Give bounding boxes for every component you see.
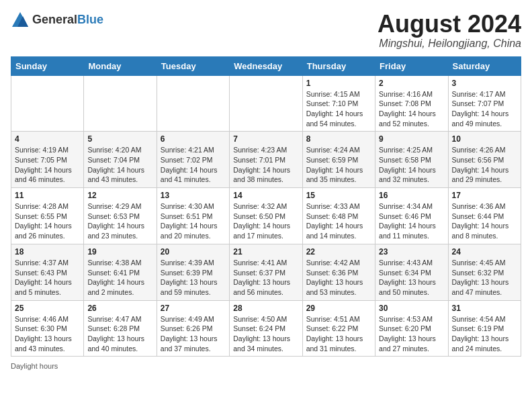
- calendar-cell-4-5: 22Sunrise: 4:42 AM Sunset: 6:36 PM Dayli…: [302, 244, 375, 300]
- calendar-cell-1-4: [230, 75, 302, 132]
- day-info: Sunrise: 4:49 AM Sunset: 6:26 PM Dayligh…: [161, 314, 226, 354]
- weekday-monday: Monday: [84, 56, 157, 75]
- weekday-saturday: Saturday: [448, 56, 521, 75]
- day-number: 8: [306, 134, 371, 144]
- calendar-week-row-5: 25Sunrise: 4:46 AM Sunset: 6:30 PM Dayli…: [11, 300, 521, 357]
- calendar-cell-5-3: 27Sunrise: 4:49 AM Sunset: 6:26 PM Dayli…: [157, 300, 229, 357]
- calendar-cell-2-3: 6Sunrise: 4:21 AM Sunset: 7:02 PM Daylig…: [157, 132, 229, 188]
- calendar-cell-2-4: 7Sunrise: 4:23 AM Sunset: 7:01 PM Daylig…: [230, 132, 302, 188]
- day-info: Sunrise: 4:29 AM Sunset: 6:53 PM Dayligh…: [87, 201, 152, 241]
- day-info: Sunrise: 4:47 AM Sunset: 6:28 PM Dayligh…: [87, 314, 152, 354]
- day-number: 10: [452, 134, 517, 144]
- calendar-cell-2-7: 10Sunrise: 4:26 AM Sunset: 6:56 PM Dayli…: [448, 132, 521, 188]
- day-info: Sunrise: 4:41 AM Sunset: 6:37 PM Dayligh…: [233, 258, 298, 298]
- day-info: Sunrise: 4:51 AM Sunset: 6:22 PM Dayligh…: [306, 314, 371, 354]
- calendar-cell-3-7: 17Sunrise: 4:36 AM Sunset: 6:44 PM Dayli…: [448, 188, 521, 244]
- header: GeneralBlue August 2024 Mingshui, Heilon…: [11, 11, 521, 50]
- weekday-thursday: Thursday: [302, 56, 375, 75]
- logo-blue: Blue: [77, 13, 103, 26]
- calendar-cell-4-3: 20Sunrise: 4:39 AM Sunset: 6:39 PM Dayli…: [157, 244, 229, 300]
- calendar-cell-5-1: 25Sunrise: 4:46 AM Sunset: 6:30 PM Dayli…: [11, 300, 84, 357]
- day-info: Sunrise: 4:20 AM Sunset: 7:04 PM Dayligh…: [87, 145, 152, 185]
- day-info: Sunrise: 4:16 AM Sunset: 7:08 PM Dayligh…: [379, 89, 444, 129]
- calendar-cell-5-7: 31Sunrise: 4:54 AM Sunset: 6:19 PM Dayli…: [448, 300, 521, 357]
- calendar-cell-3-4: 14Sunrise: 4:32 AM Sunset: 6:50 PM Dayli…: [230, 188, 302, 244]
- day-number: 29: [306, 304, 371, 313]
- day-number: 27: [161, 304, 226, 313]
- calendar-cell-4-1: 18Sunrise: 4:37 AM Sunset: 6:43 PM Dayli…: [11, 244, 84, 300]
- day-number: 11: [15, 191, 80, 200]
- day-number: 6: [161, 134, 226, 144]
- day-info: Sunrise: 4:19 AM Sunset: 7:05 PM Dayligh…: [15, 145, 80, 185]
- calendar-week-row-4: 18Sunrise: 4:37 AM Sunset: 6:43 PM Dayli…: [11, 244, 521, 300]
- calendar-cell-2-5: 8Sunrise: 4:24 AM Sunset: 6:59 PM Daylig…: [302, 132, 375, 188]
- day-info: Sunrise: 4:17 AM Sunset: 7:07 PM Dayligh…: [452, 89, 517, 129]
- calendar-cell-5-4: 28Sunrise: 4:50 AM Sunset: 6:24 PM Dayli…: [230, 300, 302, 357]
- calendar-cell-1-3: [157, 75, 229, 132]
- day-info: Sunrise: 4:24 AM Sunset: 6:59 PM Dayligh…: [306, 145, 371, 185]
- calendar-cell-5-2: 26Sunrise: 4:47 AM Sunset: 6:28 PM Dayli…: [84, 300, 157, 357]
- calendar-week-row-2: 4Sunrise: 4:19 AM Sunset: 7:05 PM Daylig…: [11, 132, 521, 188]
- calendar-cell-1-5: 1Sunrise: 4:15 AM Sunset: 7:10 PM Daylig…: [302, 75, 375, 132]
- day-info: Sunrise: 4:33 AM Sunset: 6:48 PM Dayligh…: [306, 201, 371, 241]
- calendar-week-row-3: 11Sunrise: 4:28 AM Sunset: 6:55 PM Dayli…: [11, 188, 521, 244]
- day-info: Sunrise: 4:21 AM Sunset: 7:02 PM Dayligh…: [161, 145, 226, 185]
- day-number: 3: [452, 79, 517, 88]
- day-number: 7: [233, 134, 298, 144]
- day-info: Sunrise: 4:46 AM Sunset: 6:30 PM Dayligh…: [15, 314, 80, 354]
- logo-icon: [11, 11, 30, 30]
- calendar-cell-5-5: 29Sunrise: 4:51 AM Sunset: 6:22 PM Dayli…: [302, 300, 375, 357]
- calendar-cell-4-4: 21Sunrise: 4:41 AM Sunset: 6:37 PM Dayli…: [230, 244, 302, 300]
- weekday-sunday: Sunday: [11, 56, 84, 75]
- calendar-week-row-1: 1Sunrise: 4:15 AM Sunset: 7:10 PM Daylig…: [11, 75, 521, 132]
- day-number: 5: [87, 134, 152, 144]
- day-info: Sunrise: 4:37 AM Sunset: 6:43 PM Dayligh…: [15, 258, 80, 298]
- day-number: 17: [452, 191, 517, 200]
- day-number: 22: [306, 247, 371, 257]
- day-info: Sunrise: 4:26 AM Sunset: 6:56 PM Dayligh…: [452, 145, 517, 185]
- day-number: 24: [452, 247, 517, 257]
- day-number: 30: [379, 304, 444, 313]
- calendar-table: Sunday Monday Tuesday Wednesday Thursday…: [11, 56, 521, 357]
- day-info: Sunrise: 4:15 AM Sunset: 7:10 PM Dayligh…: [306, 89, 371, 129]
- day-number: 14: [233, 191, 298, 200]
- calendar-cell-3-6: 16Sunrise: 4:34 AM Sunset: 6:46 PM Dayli…: [375, 188, 448, 244]
- calendar-cell-3-5: 15Sunrise: 4:33 AM Sunset: 6:48 PM Dayli…: [302, 188, 375, 244]
- day-info: Sunrise: 4:36 AM Sunset: 6:44 PM Dayligh…: [452, 201, 517, 241]
- weekday-friday: Friday: [375, 56, 448, 75]
- weekday-tuesday: Tuesday: [157, 56, 229, 75]
- logo-general: General: [32, 13, 77, 26]
- logo: GeneralBlue: [11, 11, 103, 30]
- location-title: Mingshui, Heilongjiang, China: [378, 38, 521, 50]
- day-number: 15: [306, 191, 371, 200]
- day-number: 21: [233, 247, 298, 257]
- calendar-cell-5-6: 30Sunrise: 4:53 AM Sunset: 6:20 PM Dayli…: [375, 300, 448, 357]
- calendar-cell-2-2: 5Sunrise: 4:20 AM Sunset: 7:04 PM Daylig…: [84, 132, 157, 188]
- day-number: 16: [379, 191, 444, 200]
- logo-text: GeneralBlue: [32, 13, 103, 27]
- daylight-hours-label: Daylight hours: [11, 362, 58, 370]
- day-info: Sunrise: 4:50 AM Sunset: 6:24 PM Dayligh…: [233, 314, 298, 354]
- day-info: Sunrise: 4:30 AM Sunset: 6:51 PM Dayligh…: [161, 201, 226, 241]
- day-number: 2: [379, 79, 444, 88]
- day-info: Sunrise: 4:45 AM Sunset: 6:32 PM Dayligh…: [452, 258, 517, 298]
- month-title: August 2024: [378, 11, 521, 38]
- calendar-cell-3-3: 13Sunrise: 4:30 AM Sunset: 6:51 PM Dayli…: [157, 188, 229, 244]
- day-number: 20: [161, 247, 226, 257]
- calendar-cell-1-6: 2Sunrise: 4:16 AM Sunset: 7:08 PM Daylig…: [375, 75, 448, 132]
- day-info: Sunrise: 4:38 AM Sunset: 6:41 PM Dayligh…: [87, 258, 152, 298]
- calendar-cell-2-1: 4Sunrise: 4:19 AM Sunset: 7:05 PM Daylig…: [11, 132, 84, 188]
- day-number: 28: [233, 304, 298, 313]
- day-info: Sunrise: 4:54 AM Sunset: 6:19 PM Dayligh…: [452, 314, 517, 354]
- day-info: Sunrise: 4:23 AM Sunset: 7:01 PM Dayligh…: [233, 145, 298, 185]
- footer-note: Daylight hours: [11, 362, 521, 370]
- day-info: Sunrise: 4:25 AM Sunset: 6:58 PM Dayligh…: [379, 145, 444, 185]
- day-number: 1: [306, 79, 371, 88]
- day-number: 13: [161, 191, 226, 200]
- day-info: Sunrise: 4:34 AM Sunset: 6:46 PM Dayligh…: [379, 201, 444, 241]
- weekday-header-row: Sunday Monday Tuesday Wednesday Thursday…: [11, 56, 521, 75]
- title-area: August 2024 Mingshui, Heilongjiang, Chin…: [378, 11, 521, 50]
- calendar-cell-3-2: 12Sunrise: 4:29 AM Sunset: 6:53 PM Dayli…: [84, 188, 157, 244]
- day-number: 26: [87, 304, 152, 313]
- calendar-cell-2-6: 9Sunrise: 4:25 AM Sunset: 6:58 PM Daylig…: [375, 132, 448, 188]
